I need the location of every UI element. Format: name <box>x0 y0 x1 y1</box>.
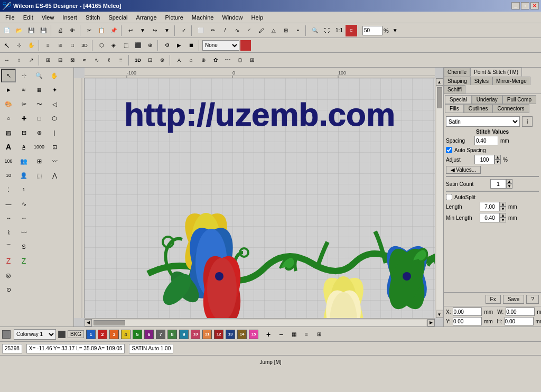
t18[interactable]: 〰 <box>222 54 234 66</box>
color-13-btn[interactable]: 13 <box>226 330 235 339</box>
adjust-spin-up[interactable]: ▲ <box>495 155 501 160</box>
rc-x-input[interactable] <box>453 307 482 316</box>
menu-picture[interactable]: Picture <box>161 13 188 22</box>
lt-wave2-btn[interactable]: 〰 <box>16 226 31 239</box>
v-scroll-down-btn[interactable]: ▼ <box>436 311 443 318</box>
rc-w-input[interactable] <box>506 307 535 316</box>
lt-1-btn[interactable]: 1 <box>16 183 31 197</box>
color-3-btn[interactable]: 3 <box>109 330 119 339</box>
t13[interactable]: ⊗ <box>156 54 168 66</box>
lt-target-btn[interactable]: ◎ <box>1 268 16 282</box>
lt-num-btn[interactable]: 1000 <box>32 140 46 154</box>
lt-dotline-btn[interactable]: ┄ <box>16 211 31 225</box>
print-btn[interactable]: 🖨 <box>54 25 66 36</box>
subtab-special[interactable]: Special <box>445 95 472 104</box>
group-btn[interactable]: ⬚ <box>120 40 132 51</box>
menu-insert[interactable]: Insert <box>58 13 81 22</box>
min-length-input[interactable] <box>480 213 500 222</box>
lt-satin-btn[interactable]: ≋ <box>16 83 31 97</box>
stitch-view-btn[interactable]: ≡ <box>42 40 54 51</box>
lt-10-btn[interactable]: 10 <box>1 169 16 182</box>
color-8-btn[interactable]: 8 <box>167 330 177 339</box>
min-length-up[interactable]: ▲ <box>500 213 506 218</box>
lt-person-btn[interactable]: 👤 <box>16 169 31 182</box>
zoom-color-btn[interactable]: C <box>346 25 357 36</box>
lt-corner-btn[interactable]: ⌒ <box>1 240 16 254</box>
lt-hexagon-btn[interactable]: ⬡ <box>47 111 62 125</box>
wireframe-btn[interactable]: □ <box>67 40 78 51</box>
rc-h-input[interactable] <box>505 317 534 325</box>
lt-wave-btn[interactable]: 〰 <box>47 154 62 168</box>
dot-btn[interactable]: • <box>292 25 304 36</box>
subtab-outlines[interactable]: Outlines <box>464 104 493 113</box>
lt-run-btn[interactable]: ▶ <box>1 83 16 97</box>
t10[interactable]: ≡ <box>115 54 127 66</box>
satin-count-up[interactable]: ▲ <box>506 179 512 184</box>
v-scroll-track[interactable] <box>436 87 443 310</box>
t15[interactable]: ⌂ <box>185 54 197 66</box>
color-4-btn[interactable]: 4 <box>121 330 130 339</box>
color-2-btn[interactable]: 2 <box>98 330 107 339</box>
redo-list-btn[interactable]: ▼ <box>161 25 173 36</box>
zoom-in-btn[interactable]: 🔍 <box>309 25 321 36</box>
lt-obj-btn[interactable]: ⬚ <box>32 169 46 182</box>
adjust-spin-down[interactable]: ▼ <box>495 160 501 164</box>
lt-circle-btn[interactable]: ○ <box>1 111 16 125</box>
color-10-btn[interactable]: 10 <box>191 330 200 339</box>
arc-btn[interactable]: ◜ <box>244 25 255 36</box>
min-length-down[interactable]: ▼ <box>500 218 506 222</box>
menu-view[interactable]: View <box>38 13 59 22</box>
color-swatch-red[interactable] <box>240 40 251 51</box>
save-as-btn[interactable]: 💾 <box>38 25 49 36</box>
pan-tool[interactable]: ✋ <box>25 40 37 51</box>
color-right-btn[interactable]: ≡ <box>301 329 312 340</box>
h-scroll-thumb[interactable] <box>94 320 125 325</box>
t9[interactable]: ℓ <box>103 54 115 66</box>
new-btn[interactable]: 📄 <box>1 25 13 36</box>
cut-btn[interactable]: ✂ <box>83 25 95 36</box>
t12[interactable]: ⊡ <box>144 54 156 66</box>
t16[interactable]: ⊕ <box>198 54 209 66</box>
menu-special[interactable]: Special <box>104 13 132 22</box>
3d-label-btn[interactable]: 3D <box>132 54 144 66</box>
color-6-btn[interactable]: 6 <box>144 330 154 339</box>
autosplit-checkbox[interactable] <box>446 194 452 200</box>
fill-info-btn[interactable]: i <box>522 116 533 127</box>
select-arrow-btn[interactable]: ↖ <box>1 69 16 82</box>
lt-arc-text-btn[interactable]: A̲ <box>16 140 31 154</box>
zoom-actual-btn[interactable]: 1:1 <box>333 25 345 36</box>
v-scroll-thumb[interactable] <box>437 87 442 108</box>
lt-warp-btn[interactable]: ⋀ <box>47 169 62 182</box>
3d-btn[interactable]: 3D <box>79 40 90 51</box>
lt-fill-btn[interactable]: ▦ <box>32 83 46 97</box>
t17[interactable]: ✿ <box>210 54 221 66</box>
t19[interactable]: ⬡ <box>234 54 246 66</box>
t1[interactable]: ↔ <box>1 54 13 66</box>
lt-cross-btn[interactable]: ✚ <box>16 111 31 125</box>
t14[interactable]: A <box>173 54 185 66</box>
lt-staircase-btn[interactable]: ⌇ <box>1 226 16 239</box>
select-all-btn[interactable]: ⬜ <box>195 25 207 36</box>
lt-fill2-btn[interactable]: ▨ <box>1 126 16 139</box>
color-11-btn[interactable]: 11 <box>202 330 212 339</box>
length-down[interactable]: ▼ <box>500 207 506 211</box>
title-buttons[interactable]: _ ▫ ✕ <box>511 2 539 10</box>
lt-dash-btn[interactable]: ╌ <box>1 211 16 225</box>
rc-y-input[interactable] <box>453 317 482 325</box>
lt-line-btn[interactable]: — <box>1 197 16 211</box>
spacing-input[interactable] <box>474 136 498 145</box>
start-btn[interactable]: ▶ <box>173 40 185 51</box>
lt-rect-btn[interactable]: □ <box>32 111 46 125</box>
lt-people-btn[interactable]: 👥 <box>16 154 31 168</box>
color-12-btn[interactable]: 12 <box>214 330 223 339</box>
fx-btn[interactable]: Fx <box>486 295 501 304</box>
adjust-input[interactable] <box>474 155 495 164</box>
restore-button[interactable]: ▫ <box>521 2 529 10</box>
color-7-btn[interactable]: 7 <box>156 330 165 339</box>
t3[interactable]: ↗ <box>25 54 37 66</box>
lt-dots-btn[interactable]: ⁚ <box>1 183 16 197</box>
combine-btn[interactable]: ⊕ <box>144 40 156 51</box>
lt-node-btn[interactable]: ⊹ <box>16 69 31 82</box>
paste-btn[interactable]: 📌 <box>108 25 119 36</box>
save-tb-btn[interactable]: 💾 <box>25 25 37 36</box>
